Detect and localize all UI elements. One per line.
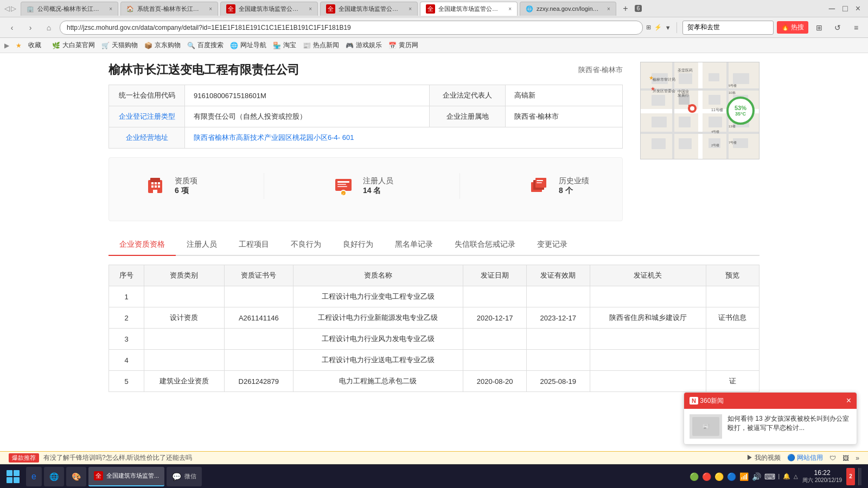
td-issue-1 [463, 286, 527, 307]
tab-3[interactable]: 全 全国建筑市场监管公共服务... × [220, 2, 318, 16]
popup-close-button[interactable]: × [846, 396, 851, 406]
tab-3-close[interactable]: × [309, 6, 312, 12]
tray-separator: | [778, 473, 780, 479]
page-icon[interactable]: ⊞ [646, 24, 651, 31]
home-button[interactable]: ⌂ [41, 20, 56, 35]
td-preview-5[interactable]: 证 [706, 371, 759, 392]
bookmarks-bar: ▶ ★ 收藏 🌿大白菜官网 🛒天猫购物 📦京东购物 🔍百度搜索 🌐网址导航 🏪淘… [0, 38, 868, 53]
tray-icon-7[interactable]: ⌨ [764, 472, 775, 481]
new-tab-button[interactable]: + [618, 2, 633, 16]
bookmark-games[interactable]: 🎮游戏娱乐 [346, 41, 382, 50]
tab-5[interactable]: 全 全国建筑市场监管公共服务... × [420, 2, 518, 16]
tray-icon-4[interactable]: 🔵 [727, 472, 736, 481]
tab-projects[interactable]: 工程项目 [228, 234, 280, 256]
td-category-3 [144, 329, 225, 350]
wechat-label: 微信 [184, 472, 196, 480]
bookmark-jd[interactable]: 📦京东购物 [144, 41, 181, 50]
th-category: 资质类别 [144, 265, 225, 286]
td-preview-2[interactable]: 证书信息 [706, 307, 759, 329]
svg-rect-40 [679, 138, 692, 149]
stat-qual-value: 6 项 [175, 186, 197, 196]
bookmark-nav[interactable]: 🌐网址导航 [230, 41, 266, 50]
th-expiry: 发证有效期 [526, 265, 590, 286]
bookmark-taobao[interactable]: 🏪淘宝 [273, 41, 296, 50]
td-cert-no-3 [224, 329, 293, 350]
tab-4-close[interactable]: × [409, 6, 412, 12]
svg-text:2号楼: 2号楼 [711, 144, 719, 147]
tab-2-close[interactable]: × [209, 6, 212, 12]
svg-rect-10 [337, 181, 349, 183]
tab-registered-persons[interactable]: 注册人员 [176, 234, 228, 256]
svg-rect-39 [652, 138, 666, 149]
notification-calendar[interactable]: 2 [846, 468, 855, 485]
tray-icon-5[interactable]: 📶 [739, 472, 749, 481]
taskbar-ie[interactable]: e [26, 467, 42, 486]
notification-bell[interactable]: 🔔 [783, 473, 790, 480]
svg-rect-7 [158, 185, 160, 188]
tab-change-records[interactable]: 变更记录 [526, 234, 578, 256]
promo-badge[interactable]: 爆款推荐 [9, 453, 39, 463]
forward-button[interactable]: › [23, 20, 38, 35]
tray-icon-2[interactable]: 🔴 [702, 472, 711, 481]
tray-icon-6[interactable]: 🔊 [752, 472, 761, 481]
taskbar-wechat[interactable]: 💬 微信 [167, 467, 202, 486]
tab-1-close[interactable]: × [109, 6, 112, 12]
address-input[interactable] [60, 21, 643, 35]
tab-6-close[interactable]: × [607, 6, 610, 12]
tab-credit-restriction[interactable]: 失信联合惩戒记录 [444, 234, 526, 256]
td-cert-no-1 [224, 286, 293, 307]
tray-icon-3[interactable]: 🟡 [714, 472, 724, 481]
bookmarks-arrow[interactable]: ▶ [4, 42, 9, 49]
my-video-link[interactable]: ▶ 我的视频 [746, 453, 781, 463]
tab-bad-behavior[interactable]: 不良行为 [280, 234, 332, 256]
taskbar-edge[interactable]: 🌐 [44, 467, 64, 486]
back-button[interactable]: ‹ [4, 20, 20, 35]
site-credit-link[interactable]: 🔵 网站信用 [787, 453, 823, 463]
company-region: 陕西省-榆林市 [578, 65, 623, 75]
tab-4[interactable]: 全 全国建筑市场监管公共服务... × [320, 2, 418, 16]
label-biz-address[interactable]: 企业经营地址 [109, 127, 185, 149]
td-seq-3: 3 [109, 329, 144, 350]
dropdown-icon[interactable]: ▼ [665, 24, 671, 31]
taskbar-browser-task[interactable]: 全 全国建筑市场监管... [88, 467, 164, 486]
lightning-icon[interactable]: ⚡ [654, 24, 662, 31]
bookmark-baidu[interactable]: 🔍百度搜索 [187, 41, 224, 50]
bookmark-tmall[interactable]: 🛒天猫购物 [101, 41, 138, 50]
window-close-btn[interactable]: × [852, 3, 864, 15]
hot-button[interactable]: 🔥 热搜 [777, 21, 808, 34]
table-row: 企业经营地址 陕西省榆林市高新技术产业园区桃花园小区6-4- 601 [109, 127, 623, 149]
more-icon: » [856, 454, 859, 462]
minimize-btn[interactable]: ─ [826, 3, 838, 15]
label-reg-type[interactable]: 企业登记注册类型 [109, 106, 185, 127]
bookmark-huangli[interactable]: 📅黄历网 [388, 41, 418, 50]
search-input[interactable] [682, 21, 774, 35]
bookmark-news[interactable]: 📰热点新闻 [303, 41, 339, 50]
taskbar-color-picker[interactable]: 🎨 [66, 467, 86, 486]
td-seq-2: 2 [109, 307, 144, 329]
tab-5-close[interactable]: × [508, 6, 512, 12]
svg-text:开发区管委会: 开发区管委会 [653, 89, 675, 93]
tab-good-behavior[interactable]: 良好行为 [332, 234, 384, 256]
grid-icon[interactable]: ⊞ [812, 20, 827, 35]
refresh-icon[interactable]: ↺ [830, 20, 845, 35]
menu-icon[interactable]: ≡ [848, 20, 864, 35]
svg-rect-8 [153, 190, 157, 193]
tab-blacklist[interactable]: 黑名单记录 [384, 234, 444, 256]
tray-arrow[interactable]: △ [794, 473, 798, 479]
tray-icon-1[interactable]: 🟢 [690, 472, 699, 481]
stat-qual-label: 资质项 [175, 176, 197, 186]
tab-qualifications[interactable]: 企业资质资格 [108, 234, 176, 256]
tab-1[interactable]: 🏢 公司概况-榆林市长江送变电... × [21, 2, 118, 16]
taskbar-clock[interactable]: 16:22 周六 2020/12/19 [802, 469, 842, 484]
maximize-btn[interactable]: □ [839, 3, 851, 15]
svg-rect-2 [151, 182, 154, 184]
taskbar-right: 🟢 🔴 🟡 🔵 📶 🔊 ⌨ | 🔔 △ 16:22 周六 2020/12/19 [690, 468, 866, 485]
value-biz-address[interactable]: 陕西省榆林市高新技术产业园区桃花园小区6-4- 601 [185, 127, 623, 149]
tab-6[interactable]: 🌐 zzxy.nea.gov.cn/login#/g... × [520, 2, 616, 16]
windows-start-button[interactable] [2, 467, 24, 486]
svg-text:✓: ✓ [342, 192, 344, 196]
company-info: 榆林市长江送变电工程有限责任公司 陕西省-榆林市 统一社会信用代码 916108… [108, 62, 623, 230]
tab-2[interactable]: 🏠 系统首页-榆林市长江送变电... × [120, 2, 218, 16]
bookmark-baibaicai[interactable]: 🌿大白菜官网 [52, 41, 95, 50]
show-desktop-button[interactable] [858, 468, 861, 485]
